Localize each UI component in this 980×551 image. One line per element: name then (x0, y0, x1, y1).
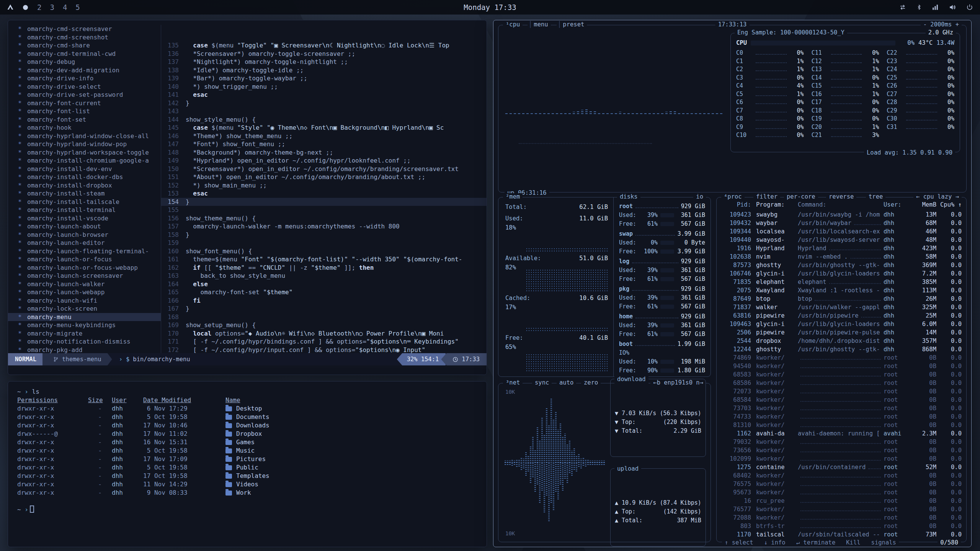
file-item[interactable]: *omarchy-install-vscode (8, 214, 161, 223)
mem-tab[interactable]: ²mem (503, 193, 523, 200)
file-item[interactable]: *omarchy-menu-keybindings (8, 321, 161, 329)
process-row[interactable]: 68402kworker/root0B0.0 (721, 472, 962, 481)
code-pane[interactable]: 135 case $(menu "Toggle" "▣ Screensaver\… (161, 25, 487, 353)
file-item[interactable]: *omarchy-launch-screensaver (8, 272, 161, 280)
process-row[interactable]: 68584kworker/root0B0.0 (721, 396, 962, 405)
process-row[interactable]: 74733kworker/root0B0.0 (721, 413, 962, 422)
file-item[interactable]: *omarchy-cmd-screensaver (8, 25, 161, 33)
file-item[interactable]: *omarchy-launch-wifi (8, 297, 161, 305)
bluetooth-icon[interactable] (916, 4, 922, 11)
process-row[interactable]: 76577kworker/root0B0.0 (721, 506, 962, 514)
file-item[interactable]: *omarchy-hyprland-workspace-toggle (8, 148, 161, 157)
file-item[interactable]: *omarchy-install-chromium-google-a (8, 156, 161, 165)
process-row[interactable]: 95673kworker/root0B0.0 (721, 489, 962, 497)
workspace-button[interactable]: 4 (63, 3, 67, 11)
io-tab[interactable]: io (693, 193, 706, 200)
file-item[interactable]: *omarchy-hook (8, 124, 161, 132)
process-row[interactable]: 94540kworker/root0B0.0 (721, 363, 962, 371)
sort-user[interactable]: User: (884, 201, 912, 208)
process-row[interactable]: 102638nvimnvim --embed .dhh58M0.0 (721, 253, 962, 262)
process-row[interactable]: 1916HyprlandHyprlanddhh423M0.0 (721, 245, 962, 253)
process-row[interactable]: 109440swayosd-/usr/lib/swayosd-serverdhh… (721, 236, 962, 245)
menu-button[interactable]: ▏menu (528, 21, 551, 28)
net-zero-toggle[interactable]: zero (581, 379, 601, 386)
net-tab[interactable]: ³net (503, 379, 523, 386)
interval-plus-button[interactable]: + (956, 21, 959, 28)
file-item[interactable]: *omarchy-install-docker-dbs (8, 173, 161, 181)
file-item[interactable]: *omarchy-cmd-screenshot (8, 33, 161, 42)
omarchy-logo-icon[interactable] (7, 4, 14, 11)
file-item[interactable]: *omarchy-notification-dismiss (8, 337, 161, 346)
file-item[interactable]: *omarchy-launch-browser (8, 231, 161, 239)
file-item[interactable]: *omarchy-menu (8, 313, 161, 321)
levels-icon[interactable] (932, 4, 939, 11)
workspace-button[interactable]: 2 (37, 3, 41, 11)
proc-filter-toggle[interactable]: filter (753, 193, 780, 200)
workspace-button[interactable]: 5 (75, 3, 80, 11)
process-row[interactable]: 87573ghostty/usr/bin/ghostty --gtk-dhh36… (721, 262, 962, 270)
file-item[interactable]: *omarchy-launch-or-focus-webapp (8, 264, 161, 272)
net-sync-toggle[interactable]: sync (532, 379, 552, 386)
process-row[interactable]: 74869kworker/root0B0.0 (721, 354, 962, 363)
proc-rows[interactable]: 109423swaybg/usr/bin/swaybg -i /homdhh13… (721, 211, 962, 536)
process-row[interactable]: 102099kworker/root0B0.0 (721, 455, 962, 464)
process-row[interactable]: 803btrfs-trroot0B0.0 (721, 523, 962, 531)
file-item[interactable]: *omarchy-pkg-add (8, 346, 161, 354)
proc-tree-toggle[interactable]: tree (866, 193, 885, 200)
process-row[interactable]: 2544dropbox/home/dhh/.dropbox-distdhh357… (721, 337, 962, 346)
terminal-window[interactable]: ~ › ls PermissionsSizeUserDate ModifiedN… (8, 381, 487, 547)
file-item[interactable]: *omarchy-launch-floating-terminal- (8, 247, 161, 256)
process-row[interactable]: 79032kworker/root0B0.0 (721, 439, 962, 447)
file-item[interactable]: *omarchy-drive-info (8, 74, 161, 83)
file-item[interactable]: *omarchy-drive-set-password (8, 91, 161, 99)
cpu-tab[interactable]: ¹cpu (503, 21, 523, 28)
process-row[interactable]: 87649btopbtopdhh26M0.0 (721, 295, 962, 304)
power-icon[interactable] (966, 4, 973, 11)
net-auto-toggle[interactable]: auto (557, 379, 576, 386)
file-item[interactable]: *omarchy-drive-select (8, 83, 161, 91)
preset-button[interactable]: ▏preset (557, 21, 587, 28)
process-row[interactable]: 1170tailscal/usr/sbin/tailscaled --root7… (721, 531, 962, 536)
volume-icon[interactable] (949, 4, 956, 11)
file-item[interactable]: *omarchy-dev-add-migration (8, 66, 161, 75)
workspace-button[interactable]: 3 (50, 3, 54, 11)
process-row[interactable]: 2075XwaylandXwayland :1 -rootless -dhh11… (721, 287, 962, 295)
file-item[interactable]: *omarchy-debug (8, 58, 161, 66)
file-item[interactable]: *omarchy-launch-or-focus (8, 255, 161, 264)
proc-footer[interactable]: ↑ select ↓ info ↵ terminate Kill signals (722, 539, 899, 546)
file-item[interactable]: *omarchy-install-tailscale (8, 198, 161, 206)
file-item[interactable]: *omarchy-launch-editor (8, 239, 161, 247)
file-item[interactable]: *omarchy-cmd-terminal-cwd (8, 50, 161, 58)
process-row[interactable]: 72088kworker/root0B0.0 (721, 514, 962, 523)
process-row[interactable]: 109423swaybg/usr/bin/swaybg -i /homdhh13… (721, 211, 962, 220)
clock[interactable]: Monday 17:33 (464, 3, 516, 11)
process-row[interactable]: 71837walker/usr/bin/walker --gappldhh325… (721, 304, 962, 312)
process-row[interactable]: 71835elephantelephantdhh385M0.0 (721, 279, 962, 287)
process-row[interactable]: 76575kworker/root0B0.0 (721, 481, 962, 489)
file-item[interactable]: *omarchy-install-dev-env (8, 165, 161, 173)
network-arrows-icon[interactable] (899, 4, 906, 11)
file-item[interactable]: *omarchy-launch-webapp (8, 288, 161, 297)
file-item[interactable]: *omarchy-font-current (8, 99, 161, 108)
file-item[interactable]: *omarchy-launch-about (8, 222, 161, 231)
file-item[interactable]: *omarchy-font-set (8, 116, 161, 124)
file-item[interactable]: *omarchy-lock-screen (8, 305, 161, 313)
sort-cpu[interactable]: Cpu% ↑ (936, 201, 962, 208)
file-item[interactable]: *omarchy-install-dropbox (8, 181, 161, 190)
workspace-active-icon[interactable] (23, 5, 28, 10)
proc-tab[interactable]: ⁴proc (721, 193, 745, 200)
sort-program[interactable]: Program: (751, 201, 798, 208)
sort-command[interactable]: Command: (798, 201, 884, 208)
file-item[interactable]: *omarchy-hyprland-window-pop (8, 140, 161, 148)
process-row[interactable]: 16rcu_preeroot0B0.0 (721, 497, 962, 506)
sort-mem[interactable]: MemB (912, 201, 936, 208)
process-row[interactable]: 73656kworker/root0B0.0 (721, 447, 962, 455)
process-row[interactable]: 73703kworker/root0B0.0 (721, 405, 962, 413)
file-item[interactable]: *omarchy-install-steam (8, 189, 161, 198)
process-row[interactable]: 109432waybar/usr/bin/waybardhh68M0.0 (721, 220, 962, 228)
sort-pid[interactable]: Pid: (721, 201, 751, 208)
disks-tab[interactable]: disks (617, 193, 640, 200)
process-row[interactable]: 2506pipewire/usr/bin/pipewire-pulsedhh14… (721, 329, 962, 337)
proc-sort-switcher[interactable]: ← cpu lazy → (913, 193, 962, 200)
proc-reverse-toggle[interactable]: reverse (826, 193, 856, 200)
